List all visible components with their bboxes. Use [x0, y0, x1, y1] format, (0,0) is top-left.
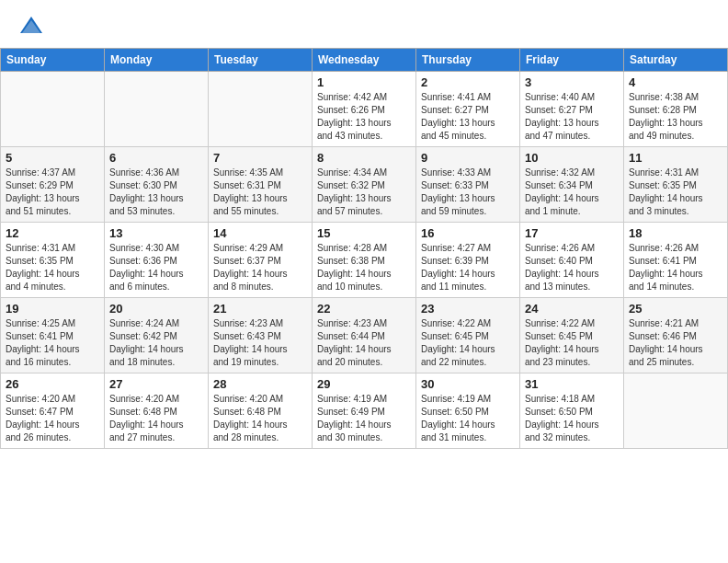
- day-number: 2: [421, 75, 515, 89]
- day-number: 25: [629, 302, 722, 316]
- calendar-cell: 28Sunrise: 4:20 AM Sunset: 6:48 PM Dayli…: [209, 373, 313, 449]
- day-info: Sunrise: 4:28 AM Sunset: 6:38 PM Dayligh…: [317, 242, 411, 293]
- day-number: 6: [109, 151, 203, 165]
- day-of-week-header: Saturday: [624, 49, 728, 72]
- day-info: Sunrise: 4:32 AM Sunset: 6:34 PM Dayligh…: [525, 167, 619, 218]
- calendar-cell: 24Sunrise: 4:22 AM Sunset: 6:45 PM Dayli…: [520, 298, 624, 373]
- calendar-week-row: 1Sunrise: 4:42 AM Sunset: 6:26 PM Daylig…: [1, 72, 728, 147]
- calendar-cell: 18Sunrise: 4:26 AM Sunset: 6:41 PM Dayli…: [624, 223, 728, 298]
- day-number: 21: [213, 302, 307, 316]
- calendar-table: SundayMondayTuesdayWednesdayThursdayFrid…: [0, 48, 728, 449]
- calendar-cell: 1Sunrise: 4:42 AM Sunset: 6:26 PM Daylig…: [313, 72, 416, 147]
- day-info: Sunrise: 4:27 AM Sunset: 6:39 PM Dayligh…: [421, 242, 515, 293]
- day-number: 15: [317, 226, 411, 240]
- day-info: Sunrise: 4:26 AM Sunset: 6:40 PM Dayligh…: [525, 242, 619, 293]
- day-info: Sunrise: 4:40 AM Sunset: 6:27 PM Dayligh…: [525, 91, 619, 143]
- day-of-week-header: Wednesday: [313, 49, 416, 72]
- day-number: 14: [213, 226, 307, 240]
- day-number: 31: [525, 377, 619, 391]
- calendar-cell: 19Sunrise: 4:25 AM Sunset: 6:41 PM Dayli…: [1, 298, 105, 373]
- day-number: 1: [317, 75, 411, 89]
- day-number: 26: [6, 377, 99, 391]
- calendar-cell: 14Sunrise: 4:29 AM Sunset: 6:37 PM Dayli…: [209, 223, 313, 298]
- day-info: Sunrise: 4:22 AM Sunset: 6:45 PM Dayligh…: [421, 317, 515, 369]
- calendar-cell: [624, 373, 728, 449]
- day-info: Sunrise: 4:25 AM Sunset: 6:41 PM Dayligh…: [6, 317, 99, 369]
- calendar-cell: 10Sunrise: 4:32 AM Sunset: 6:34 PM Dayli…: [520, 147, 624, 223]
- calendar-header-row: SundayMondayTuesdayWednesdayThursdayFrid…: [1, 49, 728, 72]
- day-number: 17: [525, 226, 619, 240]
- day-info: Sunrise: 4:20 AM Sunset: 6:48 PM Dayligh…: [213, 393, 307, 444]
- calendar-cell: 7Sunrise: 4:35 AM Sunset: 6:31 PM Daylig…: [209, 147, 313, 223]
- calendar-cell: 17Sunrise: 4:26 AM Sunset: 6:40 PM Dayli…: [520, 223, 624, 298]
- day-number: 13: [109, 226, 203, 240]
- calendar-cell: 29Sunrise: 4:19 AM Sunset: 6:49 PM Dayli…: [313, 373, 416, 449]
- calendar-week-row: 5Sunrise: 4:37 AM Sunset: 6:29 PM Daylig…: [1, 147, 728, 223]
- day-info: Sunrise: 4:30 AM Sunset: 6:36 PM Dayligh…: [109, 242, 203, 293]
- day-info: Sunrise: 4:38 AM Sunset: 6:28 PM Dayligh…: [629, 91, 722, 143]
- day-info: Sunrise: 4:41 AM Sunset: 6:27 PM Dayligh…: [421, 91, 515, 143]
- day-number: 27: [109, 377, 203, 391]
- calendar-cell: 26Sunrise: 4:20 AM Sunset: 6:47 PM Dayli…: [1, 373, 105, 449]
- day-info: Sunrise: 4:34 AM Sunset: 6:32 PM Dayligh…: [317, 167, 411, 218]
- day-of-week-header: Monday: [105, 49, 209, 72]
- calendar-cell: 30Sunrise: 4:19 AM Sunset: 6:50 PM Dayli…: [416, 373, 520, 449]
- day-info: Sunrise: 4:35 AM Sunset: 6:31 PM Dayligh…: [213, 167, 307, 218]
- calendar-week-row: 12Sunrise: 4:31 AM Sunset: 6:35 PM Dayli…: [1, 223, 728, 298]
- calendar-cell: 21Sunrise: 4:23 AM Sunset: 6:43 PM Dayli…: [209, 298, 313, 373]
- day-number: 5: [6, 151, 99, 165]
- day-number: 30: [421, 377, 515, 391]
- calendar-cell: 5Sunrise: 4:37 AM Sunset: 6:29 PM Daylig…: [1, 147, 105, 223]
- day-info: Sunrise: 4:23 AM Sunset: 6:44 PM Dayligh…: [317, 317, 411, 369]
- calendar-cell: 9Sunrise: 4:33 AM Sunset: 6:33 PM Daylig…: [416, 147, 520, 223]
- day-info: Sunrise: 4:37 AM Sunset: 6:29 PM Dayligh…: [6, 167, 99, 218]
- calendar-cell: 31Sunrise: 4:18 AM Sunset: 6:50 PM Dayli…: [520, 373, 624, 449]
- day-number: 9: [421, 151, 515, 165]
- day-number: 7: [213, 151, 307, 165]
- day-info: Sunrise: 4:18 AM Sunset: 6:50 PM Dayligh…: [525, 393, 619, 444]
- day-info: Sunrise: 4:33 AM Sunset: 6:33 PM Dayligh…: [421, 167, 515, 218]
- calendar-cell: 6Sunrise: 4:36 AM Sunset: 6:30 PM Daylig…: [105, 147, 209, 223]
- day-number: 4: [629, 75, 722, 89]
- calendar-cell: 16Sunrise: 4:27 AM Sunset: 6:39 PM Dayli…: [416, 223, 520, 298]
- day-number: 28: [213, 377, 307, 391]
- day-info: Sunrise: 4:31 AM Sunset: 6:35 PM Dayligh…: [629, 167, 722, 218]
- day-number: 24: [525, 302, 619, 316]
- page-header: [0, 0, 728, 48]
- day-of-week-header: Friday: [520, 49, 624, 72]
- day-number: 22: [317, 302, 411, 316]
- calendar-cell: 11Sunrise: 4:31 AM Sunset: 6:35 PM Dayli…: [624, 147, 728, 223]
- day-number: 20: [109, 302, 203, 316]
- day-number: 16: [421, 226, 515, 240]
- calendar-cell: 12Sunrise: 4:31 AM Sunset: 6:35 PM Dayli…: [1, 223, 105, 298]
- logo: [18, 13, 48, 39]
- day-of-week-header: Sunday: [1, 49, 105, 72]
- day-info: Sunrise: 4:42 AM Sunset: 6:26 PM Dayligh…: [317, 91, 411, 143]
- calendar-cell: 20Sunrise: 4:24 AM Sunset: 6:42 PM Dayli…: [105, 298, 209, 373]
- day-info: Sunrise: 4:20 AM Sunset: 6:48 PM Dayligh…: [109, 393, 203, 444]
- day-info: Sunrise: 4:23 AM Sunset: 6:43 PM Dayligh…: [213, 317, 307, 369]
- day-info: Sunrise: 4:22 AM Sunset: 6:45 PM Dayligh…: [525, 317, 619, 369]
- calendar-cell: [209, 72, 313, 147]
- calendar-cell: [105, 72, 209, 147]
- day-number: 10: [525, 151, 619, 165]
- logo-icon: [18, 13, 44, 39]
- day-info: Sunrise: 4:20 AM Sunset: 6:47 PM Dayligh…: [6, 393, 99, 444]
- calendar-week-row: 19Sunrise: 4:25 AM Sunset: 6:41 PM Dayli…: [1, 298, 728, 373]
- calendar-cell: 15Sunrise: 4:28 AM Sunset: 6:38 PM Dayli…: [313, 223, 416, 298]
- day-number: 29: [317, 377, 411, 391]
- day-number: 12: [6, 226, 99, 240]
- day-info: Sunrise: 4:26 AM Sunset: 6:41 PM Dayligh…: [629, 242, 722, 293]
- day-number: 11: [629, 151, 722, 165]
- day-info: Sunrise: 4:19 AM Sunset: 6:50 PM Dayligh…: [421, 393, 515, 444]
- calendar-cell: 22Sunrise: 4:23 AM Sunset: 6:44 PM Dayli…: [313, 298, 416, 373]
- calendar-cell: 25Sunrise: 4:21 AM Sunset: 6:46 PM Dayli…: [624, 298, 728, 373]
- calendar-cell: 4Sunrise: 4:38 AM Sunset: 6:28 PM Daylig…: [624, 72, 728, 147]
- day-number: 19: [6, 302, 99, 316]
- day-info: Sunrise: 4:24 AM Sunset: 6:42 PM Dayligh…: [109, 317, 203, 369]
- day-of-week-header: Thursday: [416, 49, 520, 72]
- day-info: Sunrise: 4:21 AM Sunset: 6:46 PM Dayligh…: [629, 317, 722, 369]
- day-info: Sunrise: 4:31 AM Sunset: 6:35 PM Dayligh…: [6, 242, 99, 293]
- day-info: Sunrise: 4:29 AM Sunset: 6:37 PM Dayligh…: [213, 242, 307, 293]
- day-number: 23: [421, 302, 515, 316]
